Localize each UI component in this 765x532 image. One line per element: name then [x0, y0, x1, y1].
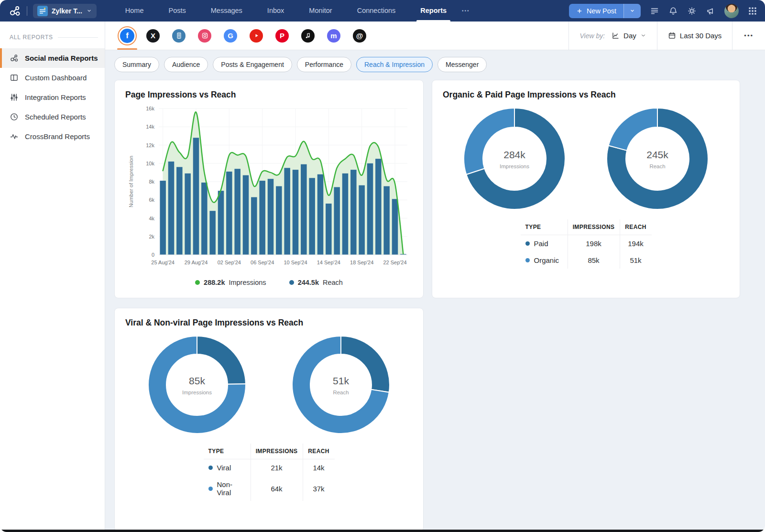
- svg-text:4k: 4k: [149, 216, 154, 221]
- legend-reach[interactable]: 244.5k Reach: [289, 279, 343, 286]
- svg-text:Number of Impression: Number of Impression: [128, 156, 134, 207]
- type-cell: Organic: [521, 252, 568, 269]
- primary-nav: HomePostsMessagesInboxMonitorConnections…: [113, 0, 473, 22]
- notifications-button[interactable]: [668, 6, 678, 16]
- chart-legend: 288.2k Impressions244.5k Reach: [125, 279, 413, 286]
- brand-selector[interactable]: Zylker T...: [33, 4, 97, 18]
- custom-dashboard-icon: [10, 73, 19, 82]
- svg-text:06 Sep'24: 06 Sep'24: [251, 260, 274, 265]
- tab-audience[interactable]: Audience: [164, 57, 208, 72]
- apps-grid-button[interactable]: [748, 6, 757, 16]
- nav-more-button[interactable]: •••: [459, 8, 473, 13]
- tab-performance[interactable]: Performance: [297, 57, 351, 72]
- table-header-reach: REACH: [620, 219, 652, 235]
- sidebar-item-scheduled-reports[interactable]: Scheduled Reports: [0, 107, 105, 127]
- pinterest-icon: P: [275, 29, 289, 43]
- top-navigation: Zylker T... HomePostsMessagesInboxMonito…: [0, 0, 765, 22]
- impressions-reach-chart: 02k4k6k8k10k12k14k16kNumber of Impressio…: [125, 103, 413, 277]
- new-post-dropdown-button[interactable]: [623, 4, 641, 18]
- type-label: Organic: [534, 256, 559, 264]
- sidebar-item-label: Integration Reports: [25, 93, 86, 101]
- legend-impressions[interactable]: 288.2k Impressions: [195, 279, 266, 286]
- view-by-label: View by:: [579, 32, 605, 40]
- nav-item-home[interactable]: Home: [113, 0, 156, 22]
- sidebar-item-crossbrand-reports[interactable]: CrossBrand Reports: [0, 127, 105, 146]
- date-range-selector[interactable]: Last 30 Days: [657, 32, 732, 40]
- channel-facebook-tab[interactable]: f: [118, 26, 137, 45]
- donut-slice-organic[interactable]: [609, 108, 657, 151]
- channel-instagram-tab[interactable]: [195, 26, 214, 45]
- bar-controls: View by: Day Last 30 Days •••: [568, 22, 765, 50]
- channel-google-tab[interactable]: G: [221, 26, 240, 45]
- tab-summary[interactable]: Summary: [114, 57, 159, 72]
- mastodon-icon: m: [327, 29, 340, 43]
- sidebar-item-social-media-reports[interactable]: Social media Reports: [0, 48, 105, 68]
- line-chart-icon: [612, 32, 620, 40]
- channel-tiktok-tab[interactable]: [298, 26, 317, 45]
- legend-dot-icon: [289, 280, 294, 285]
- activity-feed-button[interactable]: [650, 6, 659, 16]
- new-post-button[interactable]: New Post: [569, 4, 641, 18]
- svg-text:16k: 16k: [146, 106, 154, 111]
- tab-posts-engagement[interactable]: Posts & Engagement: [213, 57, 292, 72]
- svg-text:0: 0: [152, 252, 154, 258]
- table-header-impressions: IMPRESSIONS: [251, 444, 303, 459]
- breakdown-table: TYPEIMPRESSIONSREACHViral21k14kNon-Viral…: [204, 444, 335, 501]
- announcements-button[interactable]: [706, 6, 715, 16]
- feed-list-icon: [650, 6, 659, 16]
- user-avatar[interactable]: [724, 4, 739, 18]
- svg-text:22 Sep'24: 22 Sep'24: [383, 260, 406, 265]
- report-tabs: SummaryAudiencePosts & EngagementPerform…: [114, 57, 765, 72]
- reach-value: 194k: [620, 235, 652, 252]
- donut-charts: 284kImpressions245kReach: [443, 106, 729, 212]
- channel-youtube-tab[interactable]: [247, 26, 266, 45]
- settings-button[interactable]: [687, 6, 697, 16]
- brand-logo-icon: [37, 6, 48, 16]
- type-label: Paid: [534, 239, 548, 248]
- donut-center-value: 51k: [333, 375, 349, 386]
- nav-item-posts[interactable]: Posts: [156, 0, 198, 22]
- tab-reach-impression[interactable]: Reach & Impression: [356, 57, 433, 72]
- tiktok-icon: [301, 29, 315, 43]
- nav-right: New Post: [569, 4, 757, 18]
- sidebar-item-label: CrossBrand Reports: [25, 132, 90, 141]
- nav-item-connections[interactable]: Connections: [345, 0, 408, 22]
- nav-item-messages[interactable]: Messages: [198, 0, 255, 22]
- more-options-button[interactable]: •••: [732, 32, 765, 39]
- tab-messenger[interactable]: Messenger: [437, 57, 487, 72]
- app-window: Zylker T... HomePostsMessagesInboxMonito…: [0, 0, 765, 532]
- series-dot-icon: [208, 466, 213, 470]
- card-title: Page Impressions vs Reach: [125, 90, 413, 100]
- series-dot-icon: [525, 258, 530, 262]
- channel-pinterest-tab[interactable]: P: [273, 26, 292, 45]
- nav-item-reports[interactable]: Reports: [408, 0, 459, 22]
- channel-x-tab[interactable]: X: [143, 26, 163, 45]
- channel-threads-tab[interactable]: @: [350, 26, 369, 45]
- sidebar-item-label: Scheduled Reports: [25, 113, 86, 121]
- channel-linkedin-company-tab[interactable]: [169, 26, 188, 45]
- channel-mastodon-tab[interactable]: m: [324, 26, 343, 45]
- view-by-dropdown[interactable]: Day: [612, 32, 657, 40]
- sidebar-section-label: ALL REPORTS: [10, 34, 53, 41]
- table-header-impressions: IMPRESSIONS: [568, 219, 620, 235]
- sidebar-item-integration-reports[interactable]: Integration Reports: [0, 87, 105, 107]
- gear-icon: [687, 6, 697, 16]
- donut-reach: 51kReach: [290, 334, 392, 436]
- card-organic-paid-impressions-vs-reach: Organic & Paid Page Impressions vs Reach…: [432, 80, 740, 298]
- sidebar-item-custom-dashboard[interactable]: Custom Dashboard: [0, 68, 105, 87]
- svg-text:12k: 12k: [146, 142, 154, 148]
- divider: [27, 6, 27, 16]
- nav-item-monitor[interactable]: Monitor: [296, 0, 344, 22]
- zoho-social-logo-icon[interactable]: [9, 5, 21, 17]
- card-title: Organic & Paid Page Impressions vs Reach: [443, 90, 729, 100]
- table-header-row: TYPEIMPRESSIONSREACH: [204, 444, 335, 459]
- apps-grid-icon: [748, 6, 757, 16]
- nav-item-inbox[interactable]: Inbox: [255, 0, 296, 22]
- donut-charts: 85kImpressions51kReach: [125, 334, 413, 436]
- table-row-non-viral: Non-Viral64k37k: [204, 476, 335, 501]
- google-icon: G: [224, 29, 237, 43]
- sidebar-items: Social media ReportsCustom DashboardInte…: [0, 48, 105, 146]
- channel-list: fXGPm@: [118, 26, 369, 45]
- app-body: ALL REPORTS Social media ReportsCustom D…: [0, 22, 765, 532]
- scheduled-reports-icon: [10, 112, 19, 121]
